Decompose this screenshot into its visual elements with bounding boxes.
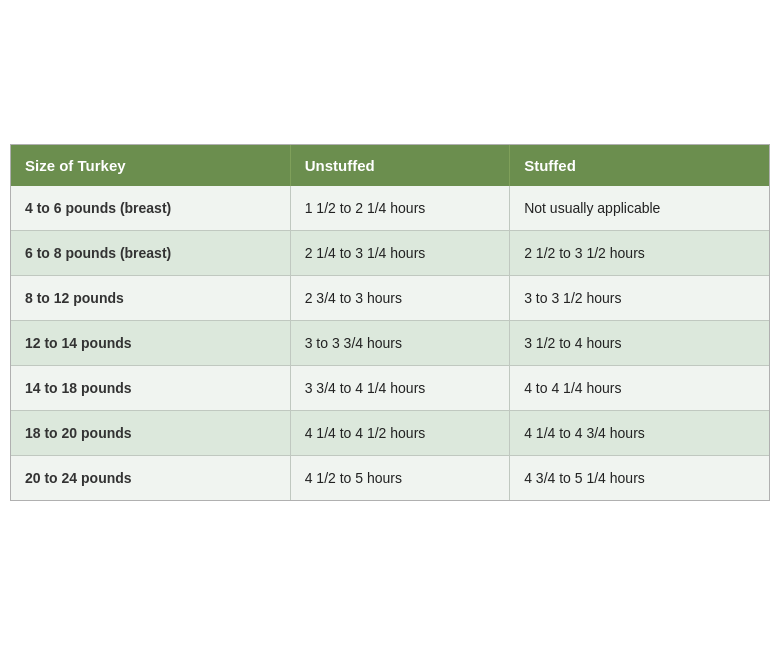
cell-size: 8 to 12 pounds <box>11 276 290 321</box>
cell-stuffed: Not usually applicable <box>510 186 769 231</box>
table-row: 18 to 20 pounds4 1/4 to 4 1/2 hours4 1/4… <box>11 411 769 456</box>
cell-size: 20 to 24 pounds <box>11 456 290 501</box>
table-row: 14 to 18 pounds3 3/4 to 4 1/4 hours4 to … <box>11 366 769 411</box>
cell-stuffed: 4 1/4 to 4 3/4 hours <box>510 411 769 456</box>
cell-unstuffed: 4 1/2 to 5 hours <box>290 456 510 501</box>
cell-unstuffed: 2 3/4 to 3 hours <box>290 276 510 321</box>
table-row: 12 to 14 pounds3 to 3 3/4 hours3 1/2 to … <box>11 321 769 366</box>
cell-stuffed: 3 1/2 to 4 hours <box>510 321 769 366</box>
table-row: 6 to 8 pounds (breast)2 1/4 to 3 1/4 hou… <box>11 231 769 276</box>
cell-size: 6 to 8 pounds (breast) <box>11 231 290 276</box>
header-size: Size of Turkey <box>11 145 290 186</box>
table-row: 4 to 6 pounds (breast)1 1/2 to 2 1/4 hou… <box>11 186 769 231</box>
cell-size: 12 to 14 pounds <box>11 321 290 366</box>
cell-stuffed: 4 to 4 1/4 hours <box>510 366 769 411</box>
cell-stuffed: 4 3/4 to 5 1/4 hours <box>510 456 769 501</box>
cell-unstuffed: 3 3/4 to 4 1/4 hours <box>290 366 510 411</box>
cell-size: 4 to 6 pounds (breast) <box>11 186 290 231</box>
cell-unstuffed: 1 1/2 to 2 1/4 hours <box>290 186 510 231</box>
cell-size: 14 to 18 pounds <box>11 366 290 411</box>
header-unstuffed: Unstuffed <box>290 145 510 186</box>
cell-stuffed: 3 to 3 1/2 hours <box>510 276 769 321</box>
cell-unstuffed: 3 to 3 3/4 hours <box>290 321 510 366</box>
turkey-cooking-table: Size of Turkey Unstuffed Stuffed 4 to 6 … <box>10 144 770 501</box>
table-row: 8 to 12 pounds2 3/4 to 3 hours3 to 3 1/2… <box>11 276 769 321</box>
cell-unstuffed: 2 1/4 to 3 1/4 hours <box>290 231 510 276</box>
cell-unstuffed: 4 1/4 to 4 1/2 hours <box>290 411 510 456</box>
table-header-row: Size of Turkey Unstuffed Stuffed <box>11 145 769 186</box>
header-stuffed: Stuffed <box>510 145 769 186</box>
cell-stuffed: 2 1/2 to 3 1/2 hours <box>510 231 769 276</box>
cell-size: 18 to 20 pounds <box>11 411 290 456</box>
table-row: 20 to 24 pounds4 1/2 to 5 hours4 3/4 to … <box>11 456 769 501</box>
